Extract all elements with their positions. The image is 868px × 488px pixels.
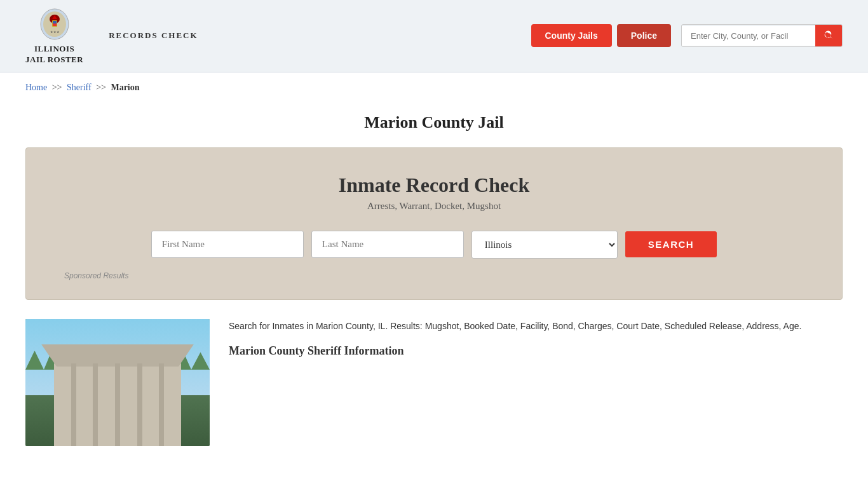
- facility-description: Search for Inmates in Marion County, IL.…: [229, 319, 843, 334]
- header-search-input[interactable]: [682, 26, 815, 46]
- inmate-search-button[interactable]: SEARCH: [625, 231, 717, 257]
- breadcrumb-home[interactable]: Home: [25, 83, 47, 92]
- inmate-search-card: Inmate Record Check Arrests, Warrant, Do…: [25, 147, 843, 300]
- inmate-search-form: AlabamaAlaskaArizonaArkansasCaliforniaCo…: [64, 231, 804, 259]
- main-nav: County Jails Police: [531, 24, 672, 47]
- police-button[interactable]: Police: [617, 24, 671, 47]
- search-icon: [824, 30, 834, 41]
- site-header: ★ ★ ★ ILLINOISJAIL ROSTER RECORDS CHECK …: [0, 0, 868, 72]
- breadcrumb-sep-2: >>: [96, 83, 106, 92]
- header-search-bar: [681, 24, 843, 47]
- sponsored-label: Sponsored Results: [64, 271, 804, 280]
- page-title: Marion County Jail: [0, 113, 868, 132]
- facility-image: [25, 319, 210, 446]
- facility-section: Search for Inmates in Marion County, IL.…: [25, 319, 843, 465]
- site-logo[interactable]: ★ ★ ★ ILLINOISJAIL ROSTER: [25, 6, 83, 65]
- state-select[interactable]: AlabamaAlaskaArizonaArkansasCaliforniaCo…: [471, 231, 618, 259]
- breadcrumb-sheriff[interactable]: Sheriff: [67, 83, 92, 92]
- facility-info: Search for Inmates in Marion County, IL.…: [229, 319, 843, 446]
- first-name-input[interactable]: [151, 231, 304, 258]
- county-jails-button[interactable]: County Jails: [531, 24, 612, 47]
- svg-rect-5: [53, 21, 57, 24]
- records-check-link[interactable]: RECORDS CHECK: [109, 30, 198, 41]
- logo-text: ILLINOISJAIL ROSTER: [25, 44, 83, 65]
- breadcrumb: Home >> Sheriff >> Marion: [0, 72, 868, 103]
- header-search-button[interactable]: [815, 25, 842, 46]
- svg-text:★ ★ ★: ★ ★ ★: [50, 30, 60, 34]
- breadcrumb-current: Marion: [111, 83, 139, 92]
- breadcrumb-sep-1: >>: [52, 83, 62, 92]
- search-card-subtitle: Arrests, Warrant, Docket, Mugshot: [64, 201, 804, 212]
- last-name-input[interactable]: [311, 231, 464, 258]
- illinois-seal-icon: ★ ★ ★: [39, 6, 71, 41]
- facility-sub-heading: Marion County Sheriff Information: [229, 344, 843, 358]
- svg-rect-6: [53, 24, 57, 26]
- search-card-title: Inmate Record Check: [64, 173, 804, 197]
